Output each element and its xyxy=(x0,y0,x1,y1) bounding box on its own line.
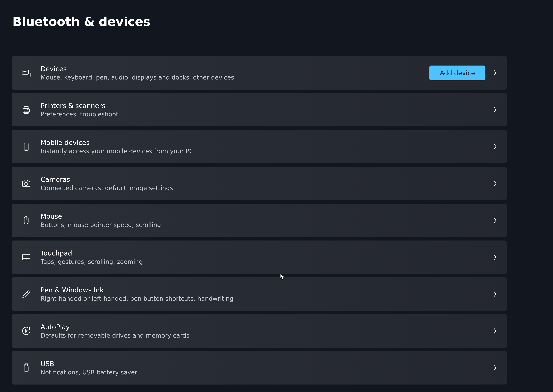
row-title: Cameras xyxy=(41,175,492,183)
chevron-right-icon xyxy=(492,328,498,334)
pen-icon xyxy=(21,289,31,299)
chevron-right-icon xyxy=(492,70,498,76)
row-action xyxy=(492,106,498,113)
row-title: Mouse xyxy=(41,212,492,220)
settings-row-devices[interactable]: DevicesMouse, keyboard, pen, audio, disp… xyxy=(12,56,507,90)
row-description: Notifications, USB battery saver xyxy=(41,369,492,376)
chevron-right-icon xyxy=(492,143,498,150)
row-text: CamerasConnected cameras, default image … xyxy=(41,175,492,192)
row-text: Mobile devicesInstantly access your mobi… xyxy=(41,139,492,155)
printer-icon xyxy=(21,105,31,115)
row-description: Right-handed or left-handed, pen button … xyxy=(41,295,492,302)
row-description: Preferences, troubleshoot xyxy=(41,111,492,118)
row-action xyxy=(492,143,498,150)
row-title: Mobile devices xyxy=(41,139,492,147)
keyboard-devices-icon xyxy=(21,68,31,78)
settings-row-mobile-devices[interactable]: Mobile devicesInstantly access your mobi… xyxy=(12,130,507,163)
settings-row-touchpad[interactable]: TouchpadTaps, gestures, scrolling, zoomi… xyxy=(12,240,507,274)
row-description: Connected cameras, default image setting… xyxy=(41,184,492,192)
row-text: AutoPlayDefaults for removable drives an… xyxy=(41,323,492,339)
row-description: Taps, gestures, scrolling, zooming xyxy=(41,258,492,265)
row-text: TouchpadTaps, gestures, scrolling, zoomi… xyxy=(41,249,492,265)
row-title: Touchpad xyxy=(41,249,492,257)
row-action xyxy=(492,291,498,298)
row-description: Instantly access your mobile devices fro… xyxy=(41,148,492,155)
row-description: Buttons, mouse pointer speed, scrolling xyxy=(41,221,492,228)
chevron-right-icon xyxy=(492,106,498,113)
chevron-right-icon xyxy=(492,217,498,224)
settings-row-autoplay[interactable]: AutoPlayDefaults for removable drives an… xyxy=(12,314,507,348)
row-action: Add device xyxy=(429,65,498,80)
row-text: USBNotifications, USB battery saver xyxy=(41,360,492,376)
row-action xyxy=(492,364,498,371)
row-title: USB xyxy=(41,360,492,368)
row-action xyxy=(492,180,498,187)
row-action xyxy=(492,328,498,334)
row-title: Devices xyxy=(41,65,429,73)
settings-row-printers-scanners[interactable]: Printers & scannersPreferences, troubles… xyxy=(12,93,507,126)
autoplay-icon xyxy=(21,326,31,336)
row-title: Pen & Windows Ink xyxy=(41,286,492,294)
chevron-right-icon xyxy=(492,254,498,261)
mouse-icon xyxy=(21,215,31,225)
row-title: AutoPlay xyxy=(41,323,492,331)
touchpad-icon xyxy=(21,252,31,262)
phone-icon xyxy=(21,141,31,152)
chevron-right-icon xyxy=(492,180,498,187)
row-text: Pen & Windows InkRight-handed or left-ha… xyxy=(41,286,492,302)
row-description: Defaults for removable drives and memory… xyxy=(41,332,492,339)
settings-row-cameras[interactable]: CamerasConnected cameras, default image … xyxy=(12,167,507,200)
settings-list: DevicesMouse, keyboard, pen, audio, disp… xyxy=(12,56,507,385)
camera-icon xyxy=(21,178,31,189)
chevron-right-icon xyxy=(492,364,498,371)
settings-row-usb[interactable]: USBNotifications, USB battery saver xyxy=(12,351,507,385)
row-action xyxy=(492,254,498,261)
row-text: MouseButtons, mouse pointer speed, scrol… xyxy=(41,212,492,228)
chevron-right-icon xyxy=(492,291,498,298)
row-description: Mouse, keyboard, pen, audio, displays an… xyxy=(41,74,429,81)
usb-icon xyxy=(21,363,31,373)
page-title: Bluetooth & devices xyxy=(12,14,553,29)
row-text: DevicesMouse, keyboard, pen, audio, disp… xyxy=(41,65,429,81)
row-action xyxy=(492,217,498,224)
row-title: Printers & scanners xyxy=(41,102,492,110)
row-text: Printers & scannersPreferences, troubles… xyxy=(41,102,492,118)
settings-row-pen-windows-ink[interactable]: Pen & Windows InkRight-handed or left-ha… xyxy=(12,277,507,311)
settings-row-mouse[interactable]: MouseButtons, mouse pointer speed, scrol… xyxy=(12,204,507,237)
add-device-button[interactable]: Add device xyxy=(429,65,485,80)
